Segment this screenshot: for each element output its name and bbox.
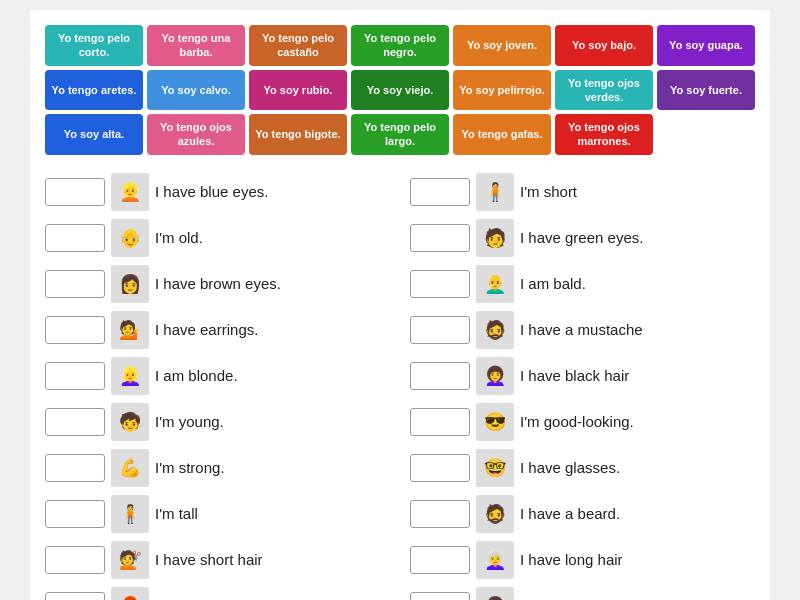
label-button[interactable]: Yo soy pelirrojo. bbox=[453, 70, 551, 111]
match-row: I'm old. bbox=[45, 216, 390, 260]
label-button[interactable]: Yo soy bajo. bbox=[555, 25, 653, 66]
match-text: I have long hair bbox=[520, 551, 623, 569]
match-image bbox=[476, 265, 514, 303]
label-button[interactable]: Yo soy guapa. bbox=[657, 25, 755, 66]
match-text: I have a beard. bbox=[520, 505, 620, 523]
match-row: I have blue eyes. bbox=[45, 170, 390, 214]
match-image bbox=[111, 449, 149, 487]
match-image bbox=[111, 173, 149, 211]
left-column: I have blue eyes.I'm old.I have brown ey… bbox=[45, 170, 390, 600]
match-row: I'm short bbox=[410, 170, 755, 214]
label-button[interactable]: Yo soy fuerte. bbox=[657, 70, 755, 111]
match-text: I have short hair bbox=[155, 551, 263, 569]
match-image bbox=[111, 541, 149, 579]
label-button[interactable]: Yo tengo pelo negro. bbox=[351, 25, 449, 66]
label-button[interactable]: Yo soy rubio. bbox=[249, 70, 347, 111]
label-button[interactable]: Yo tengo pelo largo. bbox=[351, 114, 449, 155]
match-text: I have green eyes. bbox=[520, 229, 643, 247]
label-button[interactable]: Yo tengo ojos marrones. bbox=[555, 114, 653, 155]
match-input[interactable] bbox=[45, 592, 105, 600]
match-image bbox=[476, 449, 514, 487]
match-input[interactable] bbox=[45, 408, 105, 436]
match-input[interactable] bbox=[410, 500, 470, 528]
match-input[interactable] bbox=[410, 546, 470, 574]
match-row: I have brown eyes. bbox=[45, 262, 390, 306]
match-image bbox=[111, 495, 149, 533]
match-row: I'm good-looking. bbox=[410, 400, 755, 444]
match-row: I have black hair bbox=[410, 354, 755, 398]
match-text: I'm tall bbox=[155, 505, 198, 523]
match-input[interactable] bbox=[410, 454, 470, 482]
match-row: I have green eyes. bbox=[410, 216, 755, 260]
match-row: I have brown hair. bbox=[410, 584, 755, 600]
label-button[interactable]: Yo soy joven. bbox=[453, 25, 551, 66]
match-input[interactable] bbox=[410, 592, 470, 600]
match-input[interactable] bbox=[45, 500, 105, 528]
match-text: I am bald. bbox=[520, 275, 586, 293]
match-input[interactable] bbox=[410, 178, 470, 206]
match-row: I have a beard. bbox=[410, 492, 755, 536]
match-text: I am blonde. bbox=[155, 367, 238, 385]
label-button[interactable]: Yo tengo gafas. bbox=[453, 114, 551, 155]
match-text: I'm good-looking. bbox=[520, 413, 634, 431]
match-row: I have earrings. bbox=[45, 308, 390, 352]
match-row: I'm young. bbox=[45, 400, 390, 444]
matching-area: I have blue eyes.I'm old.I have brown ey… bbox=[45, 170, 755, 600]
match-text: I'm young. bbox=[155, 413, 224, 431]
match-input[interactable] bbox=[45, 178, 105, 206]
label-button[interactable]: Yo soy calvo. bbox=[147, 70, 245, 111]
match-input[interactable] bbox=[45, 454, 105, 482]
match-row: I am bald. bbox=[410, 262, 755, 306]
match-row: I am blonde. bbox=[45, 354, 390, 398]
match-image bbox=[476, 173, 514, 211]
label-button[interactable]: Yo tengo pelo corto. bbox=[45, 25, 143, 66]
main-container: Yo tengo pelo corto.Yo tengo una barba.Y… bbox=[30, 10, 770, 600]
match-row: I'm strong. bbox=[45, 446, 390, 490]
match-row: I have a mustache bbox=[410, 308, 755, 352]
match-text: I have blue eyes. bbox=[155, 183, 268, 201]
match-image bbox=[476, 219, 514, 257]
label-button[interactable]: Yo tengo aretes. bbox=[45, 70, 143, 111]
label-button[interactable]: Yo tengo bigote. bbox=[249, 114, 347, 155]
match-input[interactable] bbox=[410, 408, 470, 436]
label-button[interactable]: Yo tengo una barba. bbox=[147, 25, 245, 66]
match-image bbox=[111, 265, 149, 303]
match-image bbox=[111, 587, 149, 600]
match-input[interactable] bbox=[45, 362, 105, 390]
label-button[interactable]: Yo soy alta. bbox=[45, 114, 143, 155]
labels-grid: Yo tengo pelo corto.Yo tengo una barba.Y… bbox=[45, 25, 755, 155]
match-image bbox=[476, 587, 514, 600]
label-button[interactable]: Yo tengo pelo castaño bbox=[249, 25, 347, 66]
match-image bbox=[476, 403, 514, 441]
match-image bbox=[476, 541, 514, 579]
match-input[interactable] bbox=[45, 316, 105, 344]
match-input[interactable] bbox=[410, 224, 470, 252]
match-image bbox=[111, 311, 149, 349]
match-image bbox=[476, 311, 514, 349]
match-text: I'm short bbox=[520, 183, 577, 201]
match-input[interactable] bbox=[410, 362, 470, 390]
match-text: I'm strong. bbox=[155, 459, 225, 477]
match-input[interactable] bbox=[410, 316, 470, 344]
label-button[interactable]: Yo tengo ojos verdes. bbox=[555, 70, 653, 111]
match-image bbox=[111, 357, 149, 395]
match-text: I have earrings. bbox=[155, 321, 258, 339]
match-input[interactable] bbox=[45, 224, 105, 252]
match-row: I have short hair bbox=[45, 538, 390, 582]
match-text: I have glasses. bbox=[520, 459, 620, 477]
match-row: I have long hair bbox=[410, 538, 755, 582]
label-button[interactable]: Yo tengo ojos azules. bbox=[147, 114, 245, 155]
match-input[interactable] bbox=[45, 270, 105, 298]
match-input[interactable] bbox=[410, 270, 470, 298]
match-image bbox=[476, 495, 514, 533]
label-button[interactable]: Yo soy viejo. bbox=[351, 70, 449, 111]
match-text: I have black hair bbox=[520, 367, 629, 385]
match-row: I'm tall bbox=[45, 492, 390, 536]
match-image bbox=[476, 357, 514, 395]
right-column: I'm shortI have green eyes.I am bald.I h… bbox=[410, 170, 755, 600]
match-row: I have red hair. bbox=[45, 584, 390, 600]
match-text: I'm old. bbox=[155, 229, 203, 247]
match-row: I have glasses. bbox=[410, 446, 755, 490]
match-input[interactable] bbox=[45, 546, 105, 574]
match-image bbox=[111, 219, 149, 257]
